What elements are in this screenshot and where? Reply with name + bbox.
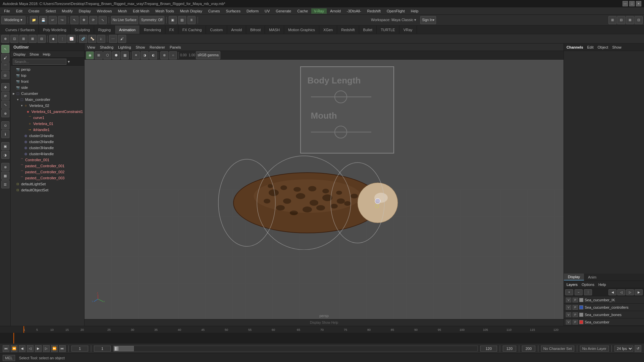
- vp-smooth-btn[interactable]: ⬢: [112, 51, 120, 59]
- close-button[interactable]: ✕: [636, 1, 641, 6]
- layer-v-btn[interactable]: V: [566, 320, 571, 324]
- vp-menu-view[interactable]: View: [87, 45, 95, 49]
- skip-to-start-btn[interactable]: ⏮: [3, 345, 9, 352]
- tree-item-curve1[interactable]: ⌒ curve1: [11, 115, 84, 121]
- loop-btn[interactable]: ↺: [635, 345, 641, 352]
- layer-p-btn[interactable]: P: [573, 312, 578, 317]
- minimize-button[interactable]: —: [623, 1, 628, 6]
- tb2-constraint-btn[interactable]: 🔗: [79, 35, 87, 43]
- layer-options-btn[interactable]: ⋮: [584, 289, 592, 295]
- layer-p-btn[interactable]: P: [573, 298, 578, 302]
- vp-display-btn[interactable]: ◉: [86, 51, 94, 59]
- mel-label[interactable]: MEL: [3, 355, 15, 361]
- layer-row-bones[interactable]: V P Sea_cucumber_bones: [564, 311, 644, 318]
- current-time-input[interactable]: [71, 346, 88, 352]
- skin-tool[interactable]: ▦: [1, 172, 9, 180]
- render-btn[interactable]: ▣: [169, 16, 177, 24]
- object-tab[interactable]: Object: [597, 45, 608, 49]
- next-frame-btn[interactable]: ▷: [43, 345, 50, 352]
- tree-item-persp[interactable]: 📷 persp: [11, 66, 84, 72]
- tab-poly-modeling[interactable]: Poly Modeling: [39, 25, 70, 34]
- lasso-tool[interactable]: ⌒: [1, 62, 9, 70]
- menu-surfaces[interactable]: Surfaces: [223, 8, 243, 14]
- outliner-menu-show[interactable]: Show: [30, 52, 39, 56]
- prev-keyframe-btn[interactable]: ⏪: [11, 345, 17, 352]
- rotate-tool-btn[interactable]: ⟳: [89, 16, 97, 24]
- tree-item-vertebra01[interactable]: ○ Vertebra_01: [11, 121, 84, 127]
- tb2-btn4[interactable]: ⊠: [29, 35, 37, 43]
- display-tab[interactable]: Display: [564, 274, 584, 281]
- layer-v-btn[interactable]: V: [566, 312, 571, 317]
- tree-item-defaultlightset[interactable]: ⊡ defaultLightSet: [11, 181, 84, 187]
- tree-item-defaultobjectset[interactable]: ⊡ defaultObjectSet: [11, 187, 84, 193]
- tb2-deform-btn[interactable]: ⋯: [109, 35, 117, 43]
- vp-menu-shading[interactable]: Shading: [100, 45, 113, 49]
- vp-grid-btn[interactable]: ⊞: [95, 51, 103, 59]
- rotate-tool[interactable]: ⟳: [1, 92, 9, 100]
- layers-tab[interactable]: Layers: [567, 283, 578, 287]
- menu-display[interactable]: Display: [76, 8, 94, 14]
- tab-vray[interactable]: VRay: [399, 25, 417, 34]
- menu-modify[interactable]: Modify: [59, 8, 75, 14]
- tab-sculpting[interactable]: Sculpting: [71, 25, 94, 34]
- tb2-graph-btn[interactable]: 📈: [67, 35, 75, 43]
- vp-menu-panels[interactable]: Panels: [170, 45, 181, 49]
- no-character-set-label[interactable]: No Character Set: [541, 346, 574, 352]
- tab-bifrost[interactable]: Bifrost: [246, 25, 265, 34]
- layer-v-btn[interactable]: V: [566, 305, 571, 310]
- select-tool[interactable]: ↖: [1, 45, 9, 53]
- tab-curves-surfaces[interactable]: Curves / Surfaces: [1, 25, 39, 34]
- open-file-btn[interactable]: 📁: [30, 16, 38, 24]
- move-tool[interactable]: ✥: [1, 83, 9, 91]
- layer-nav-btn2[interactable]: ◁: [617, 289, 625, 295]
- tree-item-pasted003[interactable]: ⌒ pasted__Controller_003: [11, 175, 84, 181]
- menu-edit[interactable]: Edit: [13, 8, 25, 14]
- no-live-surface-btn[interactable]: No Live Surface: [111, 16, 138, 24]
- search-input[interactable]: [13, 59, 66, 65]
- expand-icon[interactable]: ▼: [16, 98, 19, 101]
- tree-item-cucumber[interactable]: ▶ ⬚ Cucumber: [11, 90, 84, 97]
- view-btn4[interactable]: ⊡: [635, 16, 643, 24]
- outliner-menu-help[interactable]: Help: [43, 52, 51, 56]
- tree-item-cluster3[interactable]: ◎ cluster3Handle: [11, 145, 84, 151]
- layer-row-mesh[interactable]: V P Sea_cucumber: [564, 318, 644, 326]
- expand-icon[interactable]: ▶: [12, 92, 15, 95]
- view-btn2[interactable]: ⊟: [617, 16, 625, 24]
- menu-windows[interactable]: Windows: [94, 8, 115, 14]
- tb2-btn2[interactable]: ⊡: [10, 35, 18, 43]
- range-end-input[interactable]: [480, 346, 497, 352]
- pause-render-btn[interactable]: ⏸: [187, 16, 196, 24]
- menu-arnold[interactable]: Arnold: [327, 8, 343, 14]
- tb2-skeleton-btn[interactable]: 🦴: [88, 35, 96, 43]
- tree-item-cluster2[interactable]: ◎ cluster2Handle: [11, 139, 84, 145]
- layer-row-controllers[interactable]: V P Sea_cucumber_controllers: [564, 304, 644, 311]
- vp-menu-lighting[interactable]: Lighting: [118, 45, 131, 49]
- vp-xray-btn[interactable]: ⊗: [160, 51, 168, 59]
- timeline-track[interactable]: [0, 333, 644, 344]
- paint-tool[interactable]: 🖌: [1, 54, 9, 62]
- vp-gamma-select[interactable]: sRGB gamma: [196, 51, 220, 59]
- max-end-input[interactable]: [522, 346, 535, 352]
- menu-vray[interactable]: V-Ray: [311, 8, 327, 14]
- menu-mesh[interactable]: Mesh: [115, 8, 129, 14]
- play-back-btn[interactable]: ◁: [27, 345, 34, 352]
- view-btn1[interactable]: ⊞: [608, 16, 616, 24]
- no-anim-layer-label[interactable]: No Anim Layer: [580, 346, 609, 352]
- menu-edit-mesh[interactable]: Edit Mesh: [130, 8, 152, 14]
- menu-3dtall[interactable]: -3DtoAll-: [344, 8, 364, 14]
- fps-select[interactable]: 24 fps 30 fps 60 fps: [614, 346, 633, 352]
- workspace-select[interactable]: Modeling ▾: [1, 16, 25, 24]
- tb2-paint-btn[interactable]: 🖌: [118, 35, 126, 43]
- layer-nav-btn4[interactable]: ▶: [635, 289, 643, 295]
- tree-item-controller001[interactable]: ⌒ Controller_001: [11, 157, 84, 163]
- tb2-btn3[interactable]: ⊞: [19, 35, 28, 43]
- tree-item-vertebra02[interactable]: ▼ ○ Vertebra_02: [11, 103, 84, 109]
- tab-fx[interactable]: FX: [165, 25, 178, 34]
- help-tab[interactable]: Help: [598, 283, 606, 287]
- tb2-ik-btn[interactable]: ⟀: [97, 35, 105, 43]
- tab-rigging[interactable]: Rigging: [94, 25, 115, 34]
- layer-nav-btn3[interactable]: ▷: [626, 289, 634, 295]
- menu-redshift[interactable]: Redshift: [365, 8, 383, 14]
- channels-tab[interactable]: Channels: [567, 45, 583, 49]
- vp-wire-btn[interactable]: ⬡: [103, 51, 111, 59]
